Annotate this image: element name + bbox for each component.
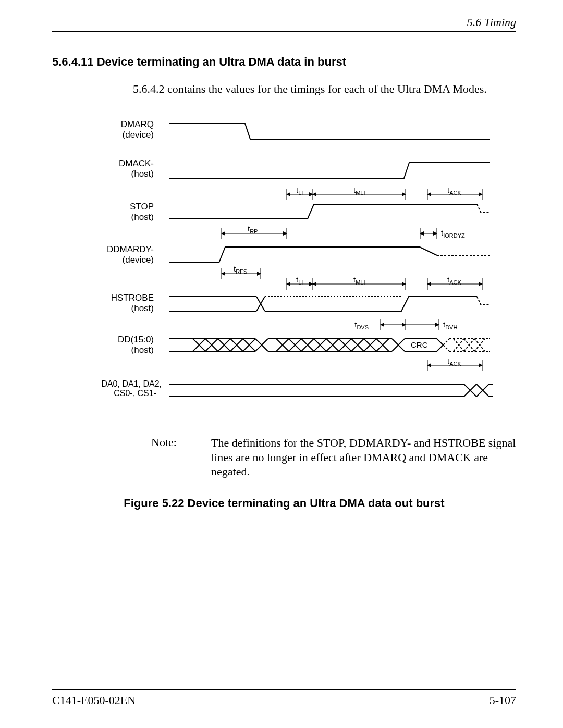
label-hstrobe: HSTROBE [111, 293, 154, 303]
svg-text:tIORDYZ: tIORDYZ [441, 228, 465, 239]
label-dmack-src: (host) [131, 169, 154, 179]
note-block: Note: The definitions for the STOP, DDMA… [151, 436, 516, 479]
label-dmarq: DMARQ [121, 119, 154, 129]
label-ddmardy: DDMARDY- [107, 244, 154, 254]
svg-text:tACK: tACK [447, 186, 461, 196]
note-label: Note: [151, 436, 211, 479]
svg-text:tRP: tRP [248, 224, 258, 235]
note-text: The definitions for the STOP, DDMARDY- a… [211, 436, 516, 479]
label-dd: DD(15:0) [118, 335, 154, 344]
label-stop-src: (host) [131, 212, 154, 222]
wave-dmarq [169, 124, 490, 139]
svg-text:tACK: tACK [447, 275, 461, 286]
label-stop: STOP [130, 202, 154, 212]
svg-text:tMLI: tMLI [353, 186, 365, 196]
label-da: DA0, DA1, DA2, [101, 379, 162, 388]
svg-line-110 [476, 384, 483, 390]
svg-line-91 [443, 345, 449, 351]
svg-line-83 [392, 345, 398, 351]
svg-line-112 [483, 384, 489, 390]
svg-line-85 [398, 345, 405, 351]
svg-line-109 [470, 390, 476, 397]
svg-line-84 [398, 339, 405, 345]
label-dmack: DMACK- [119, 158, 154, 168]
svg-line-60 [262, 339, 268, 345]
timing-tdvs-tdvh: tDVS tDVH [354, 319, 457, 330]
timing-tiordyz: tIORDYZ [420, 228, 465, 239]
timing-row-1: tLI tMLI tACK [287, 186, 482, 200]
svg-line-106 [464, 384, 470, 390]
label-ddmardy-src: (device) [123, 255, 154, 265]
svg-line-90 [443, 339, 449, 345]
svg-text:tDVS: tDVS [354, 320, 369, 330]
figure-caption: Figure 5.22 Device terminating an Ultra … [52, 497, 516, 510]
timing-row-2: tLI tMLI tACK [287, 275, 482, 290]
timing-trp: tRP [222, 224, 287, 239]
wave-ddmardy [169, 247, 420, 263]
label-dd-src: (host) [131, 345, 154, 355]
timing-trfs: tRFS [222, 264, 261, 279]
label-hstrobe-src: (host) [131, 303, 154, 313]
svg-line-19 [420, 247, 437, 255]
svg-line-97 [464, 339, 474, 351]
section-heading: 5.6.4.11 Device terminating an Ultra DMA… [52, 55, 516, 69]
intro-paragraph: 5.6.4.2 contains the values for the timi… [133, 82, 516, 96]
svg-line-58 [255, 339, 262, 345]
page-header: 5.6 Timing [52, 16, 516, 32]
svg-line-113 [483, 390, 489, 397]
svg-line-88 [437, 339, 443, 345]
svg-line-95 [454, 339, 464, 351]
wave-dmack [169, 163, 490, 178]
wave-dd [169, 339, 490, 351]
svg-line-82 [392, 339, 398, 345]
svg-line-99 [474, 339, 485, 351]
svg-text:tDVH: tDVH [443, 320, 457, 330]
page-footer: C141-E050-02EN 5-107 [52, 689, 516, 707]
svg-line-111 [476, 390, 483, 397]
label-da2: CS0-, CS1- [114, 389, 156, 398]
svg-line-107 [464, 390, 470, 397]
timing-diagram: DMARQ (device) DMACK- (host) tLI tMLI tA… [89, 110, 506, 420]
svg-line-61 [262, 345, 268, 351]
footer-page: 5-107 [489, 694, 516, 707]
wave-da [169, 384, 493, 397]
svg-line-59 [255, 345, 262, 351]
svg-line-89 [437, 345, 443, 351]
crc-label: CRC [411, 340, 428, 349]
svg-text:tACK: tACK [447, 356, 461, 367]
svg-text:tRFS: tRFS [234, 264, 247, 275]
wave-stop [169, 204, 477, 219]
timing-tack-bottom: tACK [427, 356, 482, 371]
svg-line-108 [470, 384, 476, 390]
footer-doc: C141-E050-02EN [52, 694, 136, 707]
label-dmarq-src: (device) [123, 130, 154, 140]
svg-text:tMLI: tMLI [353, 275, 365, 286]
